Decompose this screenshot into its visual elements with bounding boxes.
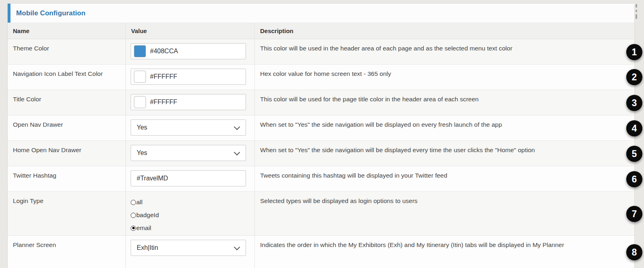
setting-description: Indicates the order in which the My Exhi… — [254, 236, 634, 268]
planner-screen-select[interactable]: Exh|Itin — [131, 240, 246, 256]
color-swatch — [134, 45, 146, 57]
twitter-hashtag-input[interactable]: #TravelMD — [131, 170, 246, 186]
scrollbar-dash — [636, 10, 637, 12]
setting-description: Hex color value for home screen text - 3… — [254, 65, 634, 90]
setting-value-cell: #408CCA — [125, 39, 254, 64]
setting-value-cell: Yes — [125, 141, 254, 166]
chevron-down-icon — [234, 244, 240, 250]
accent-bar — [8, 4, 10, 23]
annotation-badge-4: 4 — [626, 120, 642, 136]
annotation-badge-7: 7 — [626, 206, 642, 222]
setting-description: Tweets containing this hashtag will be d… — [254, 166, 634, 191]
page-title: Mobile Configuration — [16, 9, 85, 17]
open-nav-drawer-select[interactable]: Yes — [131, 119, 246, 136]
setting-value-cell: #FFFFFF — [125, 90, 254, 115]
setting-description: Selected types will be displayed as logi… — [254, 192, 634, 235]
setting-name: Planner Screen — [8, 236, 125, 268]
setting-description: This color will be used in the header ar… — [254, 39, 634, 64]
color-swatch — [134, 96, 146, 108]
login-type-radio-email[interactable]: email — [131, 222, 254, 234]
table-row-theme-color: Theme Color #408CCA This color will be u… — [8, 39, 634, 65]
mobile-configuration-panel: Mobile Configuration Name Value Descript… — [7, 3, 635, 268]
color-value-text: #408CCA — [150, 47, 178, 56]
table-row-planner-screen: Planner Screen Exh|Itin Indicates the or… — [8, 236, 634, 268]
login-type-radio-all[interactable]: all — [131, 196, 254, 209]
setting-name: Home Open Nav Drawer — [8, 141, 125, 166]
annotation-badge-8: 8 — [626, 244, 642, 260]
setting-value-cell: #FFFFFF — [125, 65, 254, 90]
setting-name: Navigation Icon Label Text Color — [8, 65, 125, 90]
input-value-text: #TravelMD — [137, 174, 168, 183]
setting-value-cell: #TravelMD — [125, 166, 254, 191]
theme-color-input[interactable]: #408CCA — [131, 43, 246, 59]
scrollbar-thumb[interactable] — [636, 4, 637, 20]
table-header: Name Value Description — [8, 23, 634, 39]
home-open-nav-drawer-select[interactable]: Yes — [131, 145, 246, 161]
selected-option-text: Yes — [137, 123, 147, 132]
radio-label: badgeId — [136, 211, 159, 220]
login-type-radio-badgeid[interactable]: badgeId — [131, 209, 254, 222]
setting-value-cell: Yes — [125, 115, 254, 140]
annotation-badge-3: 3 — [626, 95, 642, 111]
column-header-value: Value — [125, 23, 254, 39]
table-row-twitter-hashtag: Twitter Hashtag #TravelMD Tweets contain… — [8, 166, 634, 192]
color-value-text: #FFFFFF — [150, 72, 177, 81]
setting-name: Twitter Hashtag — [8, 166, 125, 191]
selected-option-text: Exh|Itin — [137, 243, 158, 252]
radio-unchecked-icon — [131, 200, 136, 205]
radio-label: all — [136, 198, 143, 207]
annotation-badge-1: 1 — [626, 44, 642, 60]
table-row-login-type: Login Type all badgeId email Selected ty… — [8, 192, 634, 236]
radio-label: email — [136, 224, 151, 232]
setting-description: This color will be used for the page tit… — [254, 90, 634, 115]
table-row-open-nav-drawer: Open Nav Drawer Yes When set to "Yes" th… — [8, 115, 634, 141]
scrollbar-dash — [636, 4, 637, 8]
table-row-title-color: Title Color #FFFFFF This color will be u… — [8, 90, 634, 115]
radio-unchecked-icon — [131, 213, 136, 218]
setting-name: Login Type — [8, 192, 125, 235]
nav-icon-label-color-input[interactable]: #FFFFFF — [131, 69, 246, 85]
scrollbar-dash — [636, 14, 637, 19]
chevron-down-icon — [234, 149, 240, 155]
annotation-badge-5: 5 — [626, 146, 642, 162]
setting-value-cell: Exh|Itin — [125, 236, 254, 268]
column-header-name: Name — [8, 23, 125, 39]
title-color-input[interactable]: #FFFFFF — [131, 94, 246, 110]
annotation-badge-2: 2 — [626, 69, 642, 85]
table-row-home-open-nav-drawer: Home Open Nav Drawer Yes When set to "Ye… — [8, 141, 634, 166]
setting-name: Open Nav Drawer — [8, 115, 125, 140]
setting-name: Theme Color — [8, 39, 125, 64]
panel-heading: Mobile Configuration — [8, 4, 634, 23]
setting-description: When set to "Yes" the side navigation wi… — [254, 115, 634, 140]
table-row-nav-icon-label-color: Navigation Icon Label Text Color #FFFFFF… — [8, 65, 634, 90]
setting-name: Title Color — [8, 90, 125, 115]
setting-description: When set to "Yes" the side navigation wi… — [254, 141, 634, 166]
radio-checked-icon — [131, 226, 136, 231]
chevron-down-icon — [234, 124, 240, 130]
color-value-text: #FFFFFF — [150, 98, 177, 107]
column-header-description: Description — [254, 23, 634, 39]
login-type-radio-group: all badgeId email — [125, 192, 254, 235]
selected-option-text: Yes — [137, 149, 147, 157]
color-swatch — [134, 71, 146, 83]
annotation-badge-6: 6 — [626, 171, 642, 187]
